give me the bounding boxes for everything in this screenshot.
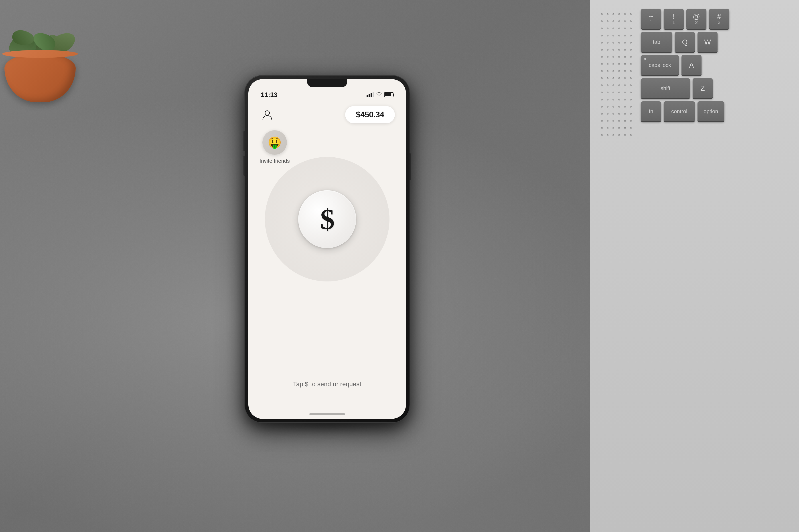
speaker-dot <box>618 113 620 115</box>
speaker-dot <box>607 113 609 115</box>
key-w[interactable]: W <box>697 32 718 52</box>
speaker-dot <box>630 63 632 65</box>
keyboard-area: (function() { const grille = document.qu… <box>590 0 799 532</box>
speaker-dot <box>607 92 609 93</box>
key-fn[interactable]: fn <box>641 101 661 121</box>
power-button[interactable] <box>410 153 411 180</box>
profile-icon <box>261 109 273 120</box>
home-indicator[interactable] <box>309 413 345 415</box>
phone-body: 11:13 <box>245 76 410 422</box>
key-2[interactable]: @ 2 <box>686 9 706 29</box>
speaker-dot <box>607 27 609 29</box>
speaker-dot <box>613 70 614 72</box>
key-caps-lock[interactable]: caps lock <box>641 55 679 75</box>
speaker-dot <box>601 70 603 72</box>
balance-pill[interactable]: $450.34 <box>345 106 395 124</box>
key-row-2: tab Q W <box>641 32 792 52</box>
speaker-dot <box>624 35 626 36</box>
tap-text: Tap $ to send or request <box>293 381 361 387</box>
speaker-dot <box>618 106 620 108</box>
speaker-dot <box>607 120 609 122</box>
dollar-button[interactable]: $ <box>298 190 356 248</box>
speaker-dot <box>624 134 626 136</box>
speaker-dot <box>607 70 609 72</box>
status-time: 11:13 <box>261 91 277 98</box>
speaker-dot <box>630 70 632 72</box>
battery-icon <box>384 92 394 97</box>
speaker-dot <box>613 56 614 58</box>
speaker-dot <box>624 106 626 108</box>
speaker-dot <box>630 120 632 122</box>
speaker-dot <box>607 99 609 100</box>
speaker-dot <box>630 20 632 22</box>
key-option[interactable]: option <box>697 101 724 121</box>
speaker-dot <box>601 120 603 122</box>
speaker-dot <box>613 127 614 129</box>
key-3[interactable]: # 3 <box>709 9 729 29</box>
speaker-dot <box>618 20 620 22</box>
speaker-dot <box>630 42 632 43</box>
speaker-dot <box>630 56 632 58</box>
speaker-dot <box>613 42 614 43</box>
speaker-dot <box>624 27 626 29</box>
speaker-dot <box>607 56 609 58</box>
speaker-dot <box>601 99 603 100</box>
speaker-dot <box>607 134 609 136</box>
speaker-dot <box>624 84 626 86</box>
speaker-dot <box>601 77 603 79</box>
svg-point-0 <box>265 111 270 115</box>
speaker-dot <box>601 49 603 51</box>
volume-up-button[interactable] <box>243 131 245 151</box>
speaker-dot <box>624 20 626 22</box>
key-z[interactable]: Z <box>693 78 713 98</box>
key-row-4: shift Z <box>641 78 792 98</box>
speaker-dot <box>630 35 632 36</box>
speaker-dot <box>630 134 632 136</box>
speaker-dot <box>618 77 620 79</box>
speaker-dot <box>624 113 626 115</box>
key-q[interactable]: Q <box>675 32 695 52</box>
phone-screen: 11:13 <box>248 79 406 419</box>
key-tilde[interactable]: ~ ` <box>641 9 661 29</box>
tap-instruction: Tap $ to send or request <box>248 381 406 388</box>
speaker-dot <box>618 84 620 86</box>
key-control[interactable]: control <box>664 101 695 121</box>
plant-pot <box>4 53 76 102</box>
key-row-5: fn control option <box>641 101 792 121</box>
invite-icon: 🤑 <box>262 130 287 155</box>
screen-notch <box>307 79 347 87</box>
speaker-dot <box>624 120 626 122</box>
speaker-dot <box>601 27 603 29</box>
key-row-3: caps lock A <box>641 55 792 75</box>
phone: 11:13 <box>245 76 410 422</box>
speaker-dot <box>618 42 620 43</box>
speaker-dot <box>613 92 614 93</box>
speaker-dot <box>630 77 632 79</box>
key-1[interactable]: ! 1 <box>664 9 684 29</box>
speaker-dot <box>601 134 603 136</box>
speaker-dot <box>630 49 632 51</box>
profile-button[interactable] <box>259 107 275 122</box>
speaker-dot <box>607 106 609 108</box>
signal-icon <box>366 92 374 97</box>
speaker-dot <box>618 127 620 129</box>
key-shift[interactable]: shift <box>641 78 690 98</box>
speaker-dot <box>607 20 609 22</box>
key-tab[interactable]: tab <box>641 32 672 52</box>
volume-down-button[interactable] <box>243 156 245 176</box>
speaker-dot <box>624 42 626 43</box>
key-row-1: ~ ` ! 1 @ 2 # 3 <box>641 9 792 29</box>
key-a[interactable]: A <box>682 55 702 75</box>
speaker-dot <box>624 13 626 15</box>
speaker-dot <box>618 35 620 36</box>
balance-amount: $450.34 <box>356 110 384 119</box>
speaker-dot <box>630 99 632 100</box>
speaker-dot <box>624 63 626 65</box>
speaker-dot <box>630 92 632 93</box>
speaker-dot <box>613 49 614 51</box>
speaker-dot <box>630 13 632 15</box>
speaker-dot <box>624 99 626 100</box>
speaker-dot <box>601 35 603 36</box>
speaker-dot <box>618 99 620 100</box>
laptop: (function() { const grille = document.qu… <box>590 0 799 532</box>
